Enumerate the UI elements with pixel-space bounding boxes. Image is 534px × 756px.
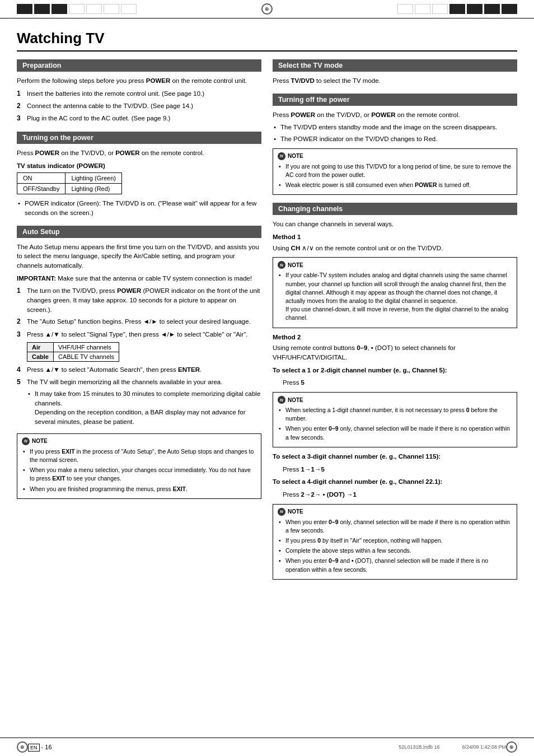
header-right-blocks	[397, 4, 517, 14]
turning-off-note: N NOTE If you are not going to use this …	[273, 148, 517, 195]
state-on: ON	[17, 173, 65, 184]
method2-note2-1: When you enter 0–9 only, channel selecti…	[278, 518, 512, 535]
page-number-area: EN - 16	[28, 744, 52, 750]
method1-note-icon: N	[278, 261, 285, 269]
page-title: Watching TV	[17, 30, 517, 52]
signal-type-table: Air VHF/UHF channels Cable CABLE TV chan…	[27, 342, 119, 362]
header-block-r6	[484, 4, 500, 14]
header-block-2	[34, 4, 50, 14]
turning-on-intro: Press POWER on the TV/DVD, or POWER on t…	[17, 148, 261, 158]
signal-cable-label: Cable	[27, 352, 54, 362]
method2-note1-bullets: When selecting a 1-digit channel number,…	[278, 406, 512, 442]
prep-step-1: 1Insert the batteries into the remote co…	[17, 89, 261, 99]
prep-step-2: 2Connect the antenna cable to the TV/DVD…	[17, 101, 261, 111]
method1-note: N NOTE If your cable-TV system includes …	[273, 257, 517, 328]
method1-note-bullets: If your cable-TV system includes analog …	[278, 271, 512, 322]
method1-content: Using CH ∧/∨ on the remote control unit …	[273, 244, 517, 253]
prep-step-3: 3Plug in the AC cord to the AC outlet. (…	[17, 114, 261, 123]
power-indicator-note: POWER indicator (Green): The TV/DVD is o…	[17, 199, 261, 217]
page-number: 16	[45, 744, 51, 750]
turning-off-note-label: N NOTE	[278, 152, 512, 160]
one-two-digit-label: To select a 1 or 2-digit channel number …	[273, 366, 517, 375]
signal-air-row: Air VHF/UHF channels	[27, 343, 119, 352]
turning-off-note-icon: N	[278, 152, 285, 160]
method2-note1-2: When you enter 0–9 only, channel selecti…	[278, 424, 512, 441]
header-block-1	[17, 4, 32, 14]
header-block-r4	[449, 4, 465, 14]
power-status-table: ON Lighting (Green) OFF/Standby Lighting…	[17, 172, 122, 194]
indicator-on: Lighting (Green)	[65, 173, 122, 184]
signal-air-channels: VHF/UHF channels	[53, 343, 119, 352]
select-tv-mode-content: Press TV/DVD to select the TV mode.	[273, 76, 517, 86]
method2-note1-text: NOTE	[288, 397, 303, 403]
method2-note1-label: N NOTE	[278, 396, 512, 404]
method2-note2-4: When you enter 0–9 and • (DOT), channel …	[278, 557, 512, 573]
lang-badge: EN	[28, 744, 40, 752]
turning-off-bullet-2: The POWER indicator on the TV/DVD change…	[273, 134, 517, 144]
note-bullet-3: When you are finished programming the me…	[22, 485, 256, 493]
auto-step-5: 5 The TV will begin memorizing all the c…	[17, 377, 261, 428]
header-block-r1	[397, 4, 413, 14]
turning-on-bullets: POWER indicator (Green): The TV/DVD is o…	[17, 199, 261, 217]
auto-step5-sub1: It may take from 15 minutes to 30 minute…	[27, 389, 261, 427]
indicator-off: Lighting (Red)	[65, 184, 122, 194]
auto-step-1: 1 The turn on the TV/DVD, press POWER (P…	[17, 286, 261, 314]
footer-left-circle: ⊕	[17, 741, 28, 753]
header-block-5	[86, 4, 102, 14]
header-block-r3	[432, 4, 448, 14]
method2-note2-label: N NOTE	[278, 508, 512, 516]
header-block-3	[51, 4, 67, 14]
header-left-blocks	[17, 4, 137, 14]
method2-note2-bullets: When you enter 0–9 only, channel selecti…	[278, 518, 512, 574]
turning-off-section: Turning off the power Press POWER on the…	[273, 94, 517, 195]
table-row-on: ON Lighting (Green)	[17, 173, 122, 184]
changing-channels-header: Changing channels	[273, 203, 517, 215]
auto-step-2: 2 The "Auto Setup" function begins. Pres…	[17, 317, 261, 326]
footer-date: 6/24/09 1:42:08 PM	[462, 744, 506, 750]
turning-off-bullets: The TV/DVD enters standby mode and the i…	[273, 123, 517, 143]
header-block-7	[121, 4, 137, 14]
state-off: OFF/Standby	[17, 184, 65, 194]
header-center-circle: ⊕	[261, 3, 273, 15]
auto-setup-important: IMPORTANT: Make sure that the antenna or…	[17, 274, 261, 283]
method2-note1-icon: N	[278, 396, 285, 404]
auto-step-4: 4 Press ▲/▼ to select "Automatic Search"…	[17, 365, 261, 375]
method2-note2-text: NOTE	[288, 508, 303, 515]
signal-cable-row: Cable CABLE TV channels	[27, 352, 119, 362]
four-digit-label: To select a 4-digit channel number (e. g…	[273, 477, 517, 487]
table-row-off: OFF/Standby Lighting (Red)	[17, 184, 122, 194]
right-column: Select the TV mode Press TV/DVD to selec…	[273, 59, 517, 587]
method1-note-label: N NOTE	[278, 261, 512, 269]
tv-status-label: TV status indicator (POWER)	[17, 161, 261, 171]
header-block-r7	[502, 4, 517, 14]
one-two-digit-action: Press 5	[283, 378, 517, 388]
turning-on-section: Turning on the power Press POWER on the …	[17, 132, 261, 218]
method2-header: Method 2	[273, 333, 517, 342]
header-block-r2	[415, 4, 430, 14]
method2-content: Using remote control buttons 0–9, • (DOT…	[273, 343, 517, 362]
method2-note1-1: When selecting a 1-digit channel number,…	[278, 406, 512, 423]
preparation-header: Preparation	[17, 59, 261, 72]
method2-note2: N NOTE When you enter 0–9 only, channel …	[273, 504, 517, 580]
note-text: NOTE	[32, 438, 48, 444]
left-column: Preparation Perform the following steps …	[17, 59, 261, 587]
select-tv-mode-header: Select the TV mode	[273, 59, 517, 72]
note-bullet-1: If you press EXIT in the process of "Aut…	[22, 447, 256, 464]
turning-off-bullet-1: The TV/DVD enters standby mode and the i…	[273, 123, 517, 132]
turning-off-header: Turning off the power	[273, 94, 517, 106]
turning-on-header: Turning on the power	[17, 132, 261, 144]
method2-note1: N NOTE When selecting a 1-digit channel …	[273, 392, 517, 447]
auto-step-3: 3 Press ▲/▼ to select "Signal Type", the…	[17, 330, 261, 339]
preparation-steps: 1Insert the batteries into the remote co…	[17, 89, 261, 124]
auto-setup-steps-cont: 4 Press ▲/▼ to select "Automatic Search"…	[17, 365, 261, 429]
auto-step5-sub: It may take from 15 minutes to 30 minute…	[27, 389, 261, 427]
preparation-section: Preparation Perform the following steps …	[17, 59, 261, 124]
note-icon: N	[22, 437, 30, 445]
footer-bar: ⊕ EN - 16 52L0131B.indb 16 6/24/09 1:42:…	[0, 738, 534, 756]
auto-setup-steps: 1 The turn on the TV/DVD, press POWER (P…	[17, 286, 261, 339]
turning-off-note-text: NOTE	[288, 153, 303, 159]
turning-off-note-bullets: If you are not going to use this TV/DVD …	[278, 162, 512, 190]
header-block-r5	[467, 4, 483, 14]
auto-setup-header: Auto Setup	[17, 226, 261, 238]
preparation-intro: Perform the following steps before you p…	[17, 76, 261, 86]
